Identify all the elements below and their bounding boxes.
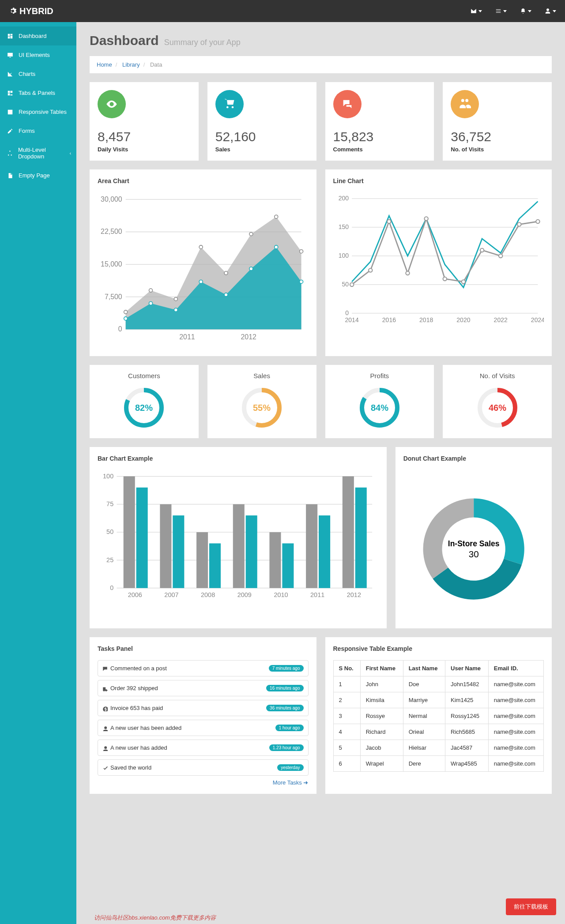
area-chart-panel: Area Chart 07,50015,00022,50030,00020112… xyxy=(90,169,316,356)
svg-text:25: 25 xyxy=(106,556,113,563)
sidebar-item-forms[interactable]: Forms xyxy=(0,121,76,140)
file-icon xyxy=(7,173,13,179)
page-subtitle: Summary of your App xyxy=(164,38,241,47)
svg-text:2011: 2011 xyxy=(310,591,324,598)
breadcrumb-home[interactable]: Home xyxy=(97,61,112,68)
mail-icon xyxy=(471,8,477,14)
svg-text:46%: 46% xyxy=(489,403,506,413)
svg-rect-95 xyxy=(319,515,330,588)
brand-logo[interactable]: HYBRID xyxy=(9,6,53,16)
sidebar-item-tabs[interactable]: Tabs & Panels xyxy=(0,83,76,102)
svg-text:2012: 2012 xyxy=(347,591,361,598)
sidebar-item-dashboard[interactable]: Dashboard xyxy=(0,26,76,45)
breadcrumb: Home/ Library/ Data xyxy=(90,56,552,73)
svg-point-14 xyxy=(174,297,177,301)
svg-point-22 xyxy=(174,308,177,312)
svg-rect-89 xyxy=(209,544,221,588)
task-item[interactable]: Commented on a post 7 minutes ago xyxy=(98,660,309,676)
svg-text:In-Store Sales: In-Store Sales xyxy=(448,539,499,548)
table-header: First Name xyxy=(360,661,403,676)
sidebar: Dashboard UI Elements Charts Tabs & Pane… xyxy=(0,22,76,924)
sidebar-item-tables[interactable]: Responsive Tables xyxy=(0,102,76,121)
svg-point-20 xyxy=(124,317,128,320)
stat-visits: 36,752 No. of Visits xyxy=(443,82,552,161)
download-button[interactable]: 前往下载模板 xyxy=(506,898,556,915)
table-row: 6WrapelDereWrap4585name@site.com xyxy=(333,756,544,772)
svg-text:0: 0 xyxy=(118,325,122,333)
task-badge: 7 minutes ago xyxy=(269,665,304,672)
task-item[interactable]: A new user has been added 1 hour ago xyxy=(98,720,309,736)
gauge-1: Sales 55% xyxy=(207,365,316,438)
svg-text:15,000: 15,000 xyxy=(101,260,122,268)
svg-text:2007: 2007 xyxy=(164,591,178,598)
user-dropdown[interactable] xyxy=(545,8,556,14)
svg-text:7,500: 7,500 xyxy=(105,293,122,300)
area-chart: 07,50015,00022,50030,00020112012 xyxy=(98,192,309,347)
svg-point-23 xyxy=(199,280,203,283)
svg-text:50: 50 xyxy=(106,529,113,536)
stat-sales: 52,160 Sales xyxy=(207,82,316,161)
task-item[interactable]: Invoice 653 has paid 36 minutes ago xyxy=(98,700,309,716)
svg-rect-94 xyxy=(306,504,317,588)
svg-point-26 xyxy=(275,245,278,249)
alerts-dropdown[interactable] xyxy=(520,8,531,14)
sidebar-item-empty[interactable]: Empty Page xyxy=(0,166,76,185)
svg-point-45 xyxy=(369,268,372,272)
svg-text:0: 0 xyxy=(110,584,113,591)
sidebar-item-multilevel[interactable]: Multi-Level Dropdown‹ xyxy=(0,140,76,166)
user-icon xyxy=(102,726,108,731)
gauge-3: No. of Visits 46% xyxy=(443,365,552,438)
cart-icon xyxy=(223,98,236,110)
stats-row: 8,457 Daily Visits 52,160 Sales 15,823 C… xyxy=(90,82,552,161)
svg-text:2018: 2018 xyxy=(419,316,433,323)
table-header: Last Name xyxy=(403,661,445,676)
svg-text:2011: 2011 xyxy=(179,333,195,341)
svg-point-27 xyxy=(300,280,303,283)
chart-icon xyxy=(7,71,13,77)
line-chart: 050100150200201420162018202020222024 xyxy=(333,192,544,329)
svg-point-17 xyxy=(249,232,253,236)
donut-chart: In-Store Sales 30 xyxy=(403,479,544,619)
svg-point-16 xyxy=(224,271,228,275)
gauge-2: Profits 84% xyxy=(325,365,434,438)
svg-text:2024: 2024 xyxy=(531,316,544,323)
task-badge: 36 minutes ago xyxy=(266,705,303,711)
task-item[interactable]: A new user has added 1.23 hour ago xyxy=(98,740,309,756)
svg-rect-84 xyxy=(124,477,135,588)
breadcrumb-library[interactable]: Library xyxy=(122,61,140,68)
svg-point-12 xyxy=(124,310,128,314)
money-icon xyxy=(102,706,108,711)
mail-dropdown[interactable] xyxy=(471,8,482,14)
sidebar-item-ui[interactable]: UI Elements xyxy=(0,45,76,64)
svg-point-18 xyxy=(275,215,278,218)
check-icon xyxy=(102,766,108,771)
qrcode-icon xyxy=(7,90,13,96)
users-icon xyxy=(459,98,471,110)
user-icon xyxy=(102,746,108,751)
table-row: 3RossyeNermalRossy1245name@site.com xyxy=(333,708,544,724)
svg-text:2010: 2010 xyxy=(274,591,288,598)
tasks-dropdown[interactable] xyxy=(495,8,507,14)
gear-icon xyxy=(9,7,17,15)
task-item[interactable]: Order 392 shipped 16 minutes ago xyxy=(98,680,309,696)
gauge-0: Customers 82% xyxy=(90,365,199,438)
svg-point-25 xyxy=(249,267,253,270)
topbar: HYBRID xyxy=(0,0,565,22)
svg-text:2020: 2020 xyxy=(456,316,470,323)
svg-rect-85 xyxy=(136,488,148,588)
task-item[interactable]: Saved the world yesterday xyxy=(98,759,309,776)
table-header: Email ID. xyxy=(488,661,543,676)
svg-text:2009: 2009 xyxy=(237,591,252,598)
table-row: 2KimsilaMarriyeKim1425name@site.com xyxy=(333,692,544,708)
eye-icon xyxy=(105,98,118,110)
sidebar-item-charts[interactable]: Charts xyxy=(0,64,76,83)
tasks-panel: Tasks Panel Commented on a post 7 minute… xyxy=(90,637,316,794)
table-row: 5JacobHielsarJac4587name@site.com xyxy=(333,740,544,756)
svg-text:55%: 55% xyxy=(253,403,271,413)
donut-chart-panel: Donut Chart Example In-Store Sales 30 xyxy=(396,447,552,628)
more-tasks-link[interactable]: More Tasks ➜ xyxy=(98,779,309,786)
bar-chart: 02550751002006200720082009201020112012 xyxy=(98,470,379,610)
svg-text:2016: 2016 xyxy=(382,316,396,323)
svg-point-19 xyxy=(300,250,303,253)
svg-text:2006: 2006 xyxy=(128,591,142,598)
